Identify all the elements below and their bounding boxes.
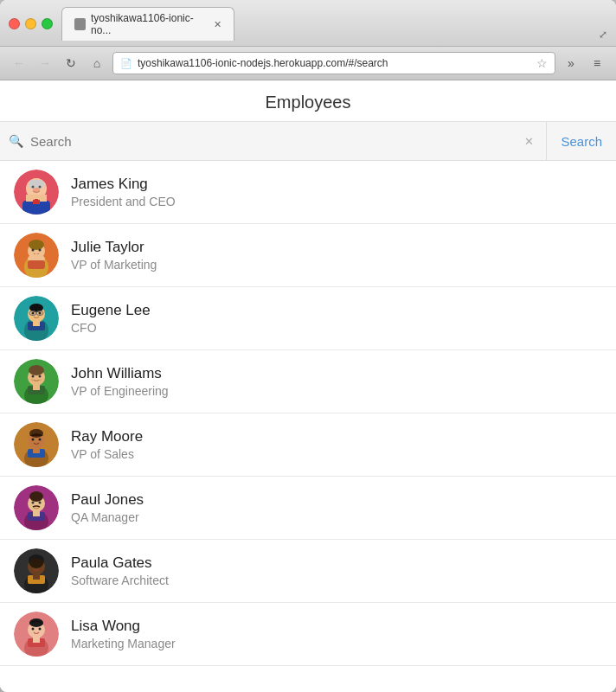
svg-point-7 xyxy=(39,186,42,189)
employee-name: Paula Gates xyxy=(71,554,169,572)
employee-avatar xyxy=(14,612,59,657)
minimize-button[interactable] xyxy=(25,18,36,29)
employee-title: VP of Marketing xyxy=(71,258,157,272)
svg-rect-10 xyxy=(35,199,38,204)
maximize-button[interactable] xyxy=(42,18,53,29)
svg-point-66 xyxy=(32,628,35,631)
svg-rect-29 xyxy=(33,321,40,326)
clear-search-icon[interactable]: ✕ xyxy=(521,135,537,148)
svg-point-33 xyxy=(29,365,44,375)
svg-point-6 xyxy=(32,186,35,189)
tab-close-icon[interactable]: ✕ xyxy=(214,19,221,30)
tab-label: tyoshikawa1106-ionic-no... xyxy=(91,12,205,36)
svg-rect-61 xyxy=(33,574,40,580)
employee-item[interactable]: Paul JonesQA Manager xyxy=(0,477,616,540)
svg-rect-4 xyxy=(29,180,44,189)
svg-point-15 xyxy=(32,249,35,252)
svg-point-50 xyxy=(32,502,35,504)
employee-avatar xyxy=(14,485,59,530)
employee-avatar xyxy=(14,359,59,404)
svg-point-24 xyxy=(39,312,42,315)
employee-avatar xyxy=(14,233,59,278)
lock-icon: 📄 xyxy=(120,58,132,69)
employee-info: James KingPresident and CEO xyxy=(71,176,176,208)
app-content: Employees 🔍 ✕ Search xyxy=(0,80,616,692)
employee-item[interactable]: Lisa WongMarketing Manager xyxy=(0,603,616,666)
search-icon: 🔍 xyxy=(9,134,23,148)
employee-info: Paul JonesQA Manager xyxy=(71,491,144,524)
employee-title: President and CEO xyxy=(71,195,176,208)
employee-item[interactable]: Ray MooreVP of Sales xyxy=(0,413,616,477)
svg-point-51 xyxy=(39,502,42,504)
svg-point-35 xyxy=(39,375,42,378)
svg-rect-53 xyxy=(33,511,40,516)
employee-info: John WilliamsVP of Engineering xyxy=(71,365,169,398)
employee-title: Marketing Manager xyxy=(71,637,176,650)
svg-point-43 xyxy=(39,439,42,441)
svg-point-34 xyxy=(32,375,35,378)
tab-favicon xyxy=(74,18,86,30)
svg-rect-69 xyxy=(33,638,40,643)
employee-title: VP of Engineering xyxy=(71,384,169,398)
employee-title: Software Architect xyxy=(71,573,169,587)
expand-icon[interactable]: ⤢ xyxy=(599,29,607,41)
employee-title: QA Manager xyxy=(71,510,144,524)
menu-button[interactable]: ≡ xyxy=(587,53,607,74)
svg-rect-18 xyxy=(28,260,45,269)
employee-name: Ray Moore xyxy=(71,428,143,445)
employee-item[interactable]: Eugene LeeCFO xyxy=(0,287,616,350)
search-input[interactable] xyxy=(30,134,521,149)
title-bar: tyoshikawa1106-ionic-no... ✕ ⤢ xyxy=(0,0,616,47)
employee-name: Eugene Lee xyxy=(71,302,151,319)
employee-info: Ray MooreVP of Sales xyxy=(71,428,143,461)
nav-bar: ← → ↻ ⌂ 📄 tyoshikawa1106-ionic-nodejs.he… xyxy=(0,47,616,80)
svg-point-16 xyxy=(39,249,42,252)
employee-info: Lisa WongMarketing Manager xyxy=(71,618,176,650)
url-text: tyoshikawa1106-ionic-nodejs.herokuapp.co… xyxy=(138,57,531,69)
svg-rect-37 xyxy=(33,385,40,390)
search-bar-container: 🔍 ✕ Search xyxy=(0,122,616,161)
employee-title: VP of Sales xyxy=(71,447,143,461)
employee-item[interactable]: James KingPresident and CEO xyxy=(0,161,616,224)
employee-info: Eugene LeeCFO xyxy=(71,302,151,335)
employee-item[interactable]: Julie TaylorVP of Marketing xyxy=(0,224,616,287)
search-input-wrapper: 🔍 ✕ xyxy=(0,122,546,160)
app-header: Employees xyxy=(0,80,616,122)
forward-button[interactable]: → xyxy=(35,53,55,74)
svg-point-42 xyxy=(32,439,35,441)
window-controls xyxy=(9,18,53,29)
browser-window: tyoshikawa1106-ionic-no... ✕ ⤢ ← → ↻ ⌂ 📄… xyxy=(0,0,616,692)
employee-avatar xyxy=(14,296,59,341)
back-button[interactable]: ← xyxy=(9,53,29,74)
page-title: Employees xyxy=(14,93,602,112)
employee-avatar xyxy=(14,422,59,467)
close-button[interactable] xyxy=(9,18,20,29)
employee-name: John Williams xyxy=(71,365,169,382)
home-button[interactable]: ⌂ xyxy=(87,53,107,74)
tab-bar: tyoshikawa1106-ionic-no... ✕ ⤢ xyxy=(61,7,607,41)
svg-point-49 xyxy=(29,491,43,502)
employee-list: James KingPresident and CEO Julie Taylor… xyxy=(0,161,616,692)
employee-item[interactable]: Paula GatesSoftware Architect xyxy=(0,540,616,603)
employee-avatar xyxy=(14,548,59,593)
search-button[interactable]: Search xyxy=(546,122,616,160)
employee-avatar xyxy=(14,170,59,215)
employee-item[interactable]: John WilliamsVP of Engineering xyxy=(0,350,616,413)
browser-tab[interactable]: tyoshikawa1106-ionic-no... ✕ xyxy=(61,7,234,41)
employee-title: CFO xyxy=(71,321,151,335)
address-bar[interactable]: 📄 tyoshikawa1106-ionic-nodejs.herokuapp.… xyxy=(112,52,555,74)
svg-point-14 xyxy=(29,240,44,250)
employee-name: Julie Taylor xyxy=(71,239,157,256)
employee-name: Lisa Wong xyxy=(71,618,176,635)
employee-info: Julie TaylorVP of Marketing xyxy=(71,239,157,272)
employee-name: James King xyxy=(71,176,176,193)
svg-point-23 xyxy=(32,312,35,315)
employee-name: Paul Jones xyxy=(71,491,144,509)
svg-rect-45 xyxy=(33,448,40,453)
extensions-button[interactable]: » xyxy=(561,53,581,74)
svg-point-67 xyxy=(39,628,42,631)
bookmark-icon[interactable]: ☆ xyxy=(536,56,548,70)
employee-info: Paula GatesSoftware Architect xyxy=(71,554,169,587)
refresh-button[interactable]: ↻ xyxy=(61,53,81,74)
